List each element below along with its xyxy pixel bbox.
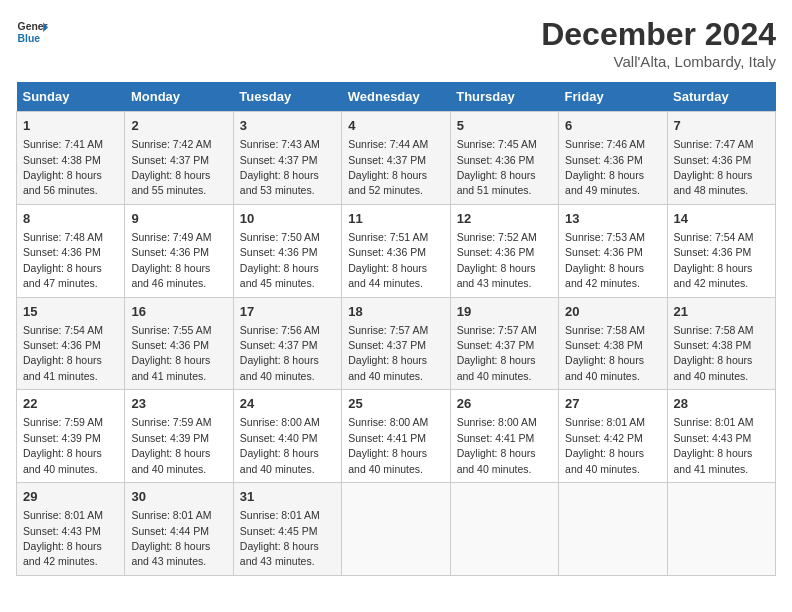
sunrise-info: Sunrise: 7:51 AMSunset: 4:36 PMDaylight:… [348,231,428,289]
day-header-thursday: Thursday [450,82,558,112]
calendar-cell: 25Sunrise: 8:00 AMSunset: 4:41 PMDayligh… [342,390,450,483]
day-header-sunday: Sunday [17,82,125,112]
calendar-cell: 9Sunrise: 7:49 AMSunset: 4:36 PMDaylight… [125,204,233,297]
day-number: 12 [457,210,552,228]
sunrise-info: Sunrise: 7:54 AMSunset: 4:36 PMDaylight:… [23,324,103,382]
day-number: 29 [23,488,118,506]
calendar-cell [450,483,558,576]
day-number: 10 [240,210,335,228]
calendar-cell: 12Sunrise: 7:52 AMSunset: 4:36 PMDayligh… [450,204,558,297]
day-header-tuesday: Tuesday [233,82,341,112]
sunrise-info: Sunrise: 8:01 AMSunset: 4:45 PMDaylight:… [240,509,320,567]
day-number: 27 [565,395,660,413]
day-number: 7 [674,117,769,135]
day-number: 14 [674,210,769,228]
sunrise-info: Sunrise: 7:44 AMSunset: 4:37 PMDaylight:… [348,138,428,196]
calendar-cell [342,483,450,576]
sunrise-info: Sunrise: 7:46 AMSunset: 4:36 PMDaylight:… [565,138,645,196]
day-number: 16 [131,303,226,321]
sunrise-info: Sunrise: 8:01 AMSunset: 4:43 PMDaylight:… [674,416,754,474]
sunrise-info: Sunrise: 8:00 AMSunset: 4:41 PMDaylight:… [457,416,537,474]
calendar-cell: 18Sunrise: 7:57 AMSunset: 4:37 PMDayligh… [342,297,450,390]
sunrise-info: Sunrise: 7:56 AMSunset: 4:37 PMDaylight:… [240,324,320,382]
sunrise-info: Sunrise: 7:53 AMSunset: 4:36 PMDaylight:… [565,231,645,289]
calendar-cell: 20Sunrise: 7:58 AMSunset: 4:38 PMDayligh… [559,297,667,390]
day-number: 25 [348,395,443,413]
sunrise-info: Sunrise: 7:57 AMSunset: 4:37 PMDaylight:… [348,324,428,382]
calendar-cell: 26Sunrise: 8:00 AMSunset: 4:41 PMDayligh… [450,390,558,483]
calendar-cell: 8Sunrise: 7:48 AMSunset: 4:36 PMDaylight… [17,204,125,297]
logo: General Blue [16,16,48,48]
calendar-cell: 17Sunrise: 7:56 AMSunset: 4:37 PMDayligh… [233,297,341,390]
calendar-cell [559,483,667,576]
day-number: 9 [131,210,226,228]
calendar-cell: 3Sunrise: 7:43 AMSunset: 4:37 PMDaylight… [233,112,341,205]
day-number: 26 [457,395,552,413]
sunrise-info: Sunrise: 7:47 AMSunset: 4:36 PMDaylight:… [674,138,754,196]
day-number: 15 [23,303,118,321]
calendar-cell: 4Sunrise: 7:44 AMSunset: 4:37 PMDaylight… [342,112,450,205]
sunrise-info: Sunrise: 8:00 AMSunset: 4:41 PMDaylight:… [348,416,428,474]
day-number: 11 [348,210,443,228]
calendar-cell: 11Sunrise: 7:51 AMSunset: 4:36 PMDayligh… [342,204,450,297]
day-header-monday: Monday [125,82,233,112]
location: Vall'Alta, Lombardy, Italy [541,53,776,70]
calendar-cell: 6Sunrise: 7:46 AMSunset: 4:36 PMDaylight… [559,112,667,205]
sunrise-info: Sunrise: 7:41 AMSunset: 4:38 PMDaylight:… [23,138,103,196]
sunrise-info: Sunrise: 8:01 AMSunset: 4:44 PMDaylight:… [131,509,211,567]
day-number: 24 [240,395,335,413]
day-number: 21 [674,303,769,321]
title-area: December 2024 Vall'Alta, Lombardy, Italy [541,16,776,70]
calendar-cell: 27Sunrise: 8:01 AMSunset: 4:42 PMDayligh… [559,390,667,483]
calendar-cell: 5Sunrise: 7:45 AMSunset: 4:36 PMDaylight… [450,112,558,205]
day-number: 3 [240,117,335,135]
day-number: 18 [348,303,443,321]
day-number: 6 [565,117,660,135]
page-header: General Blue December 2024 Vall'Alta, Lo… [16,16,776,70]
calendar-cell: 23Sunrise: 7:59 AMSunset: 4:39 PMDayligh… [125,390,233,483]
day-number: 31 [240,488,335,506]
day-number: 30 [131,488,226,506]
month-title: December 2024 [541,16,776,53]
sunrise-info: Sunrise: 8:01 AMSunset: 4:42 PMDaylight:… [565,416,645,474]
day-header-friday: Friday [559,82,667,112]
sunrise-info: Sunrise: 7:52 AMSunset: 4:36 PMDaylight:… [457,231,537,289]
day-number: 20 [565,303,660,321]
calendar-week-row: 15Sunrise: 7:54 AMSunset: 4:36 PMDayligh… [17,297,776,390]
calendar-cell: 22Sunrise: 7:59 AMSunset: 4:39 PMDayligh… [17,390,125,483]
calendar-header-row: SundayMondayTuesdayWednesdayThursdayFrid… [17,82,776,112]
calendar-cell: 16Sunrise: 7:55 AMSunset: 4:36 PMDayligh… [125,297,233,390]
sunrise-info: Sunrise: 8:01 AMSunset: 4:43 PMDaylight:… [23,509,103,567]
calendar-week-row: 29Sunrise: 8:01 AMSunset: 4:43 PMDayligh… [17,483,776,576]
calendar-cell: 13Sunrise: 7:53 AMSunset: 4:36 PMDayligh… [559,204,667,297]
sunrise-info: Sunrise: 7:43 AMSunset: 4:37 PMDaylight:… [240,138,320,196]
sunrise-info: Sunrise: 7:59 AMSunset: 4:39 PMDaylight:… [23,416,103,474]
sunrise-info: Sunrise: 7:49 AMSunset: 4:36 PMDaylight:… [131,231,211,289]
day-header-saturday: Saturday [667,82,775,112]
calendar-cell: 31Sunrise: 8:01 AMSunset: 4:45 PMDayligh… [233,483,341,576]
day-number: 28 [674,395,769,413]
calendar-week-row: 8Sunrise: 7:48 AMSunset: 4:36 PMDaylight… [17,204,776,297]
day-number: 2 [131,117,226,135]
logo-icon: General Blue [16,16,48,48]
calendar-week-row: 22Sunrise: 7:59 AMSunset: 4:39 PMDayligh… [17,390,776,483]
day-number: 17 [240,303,335,321]
calendar-cell: 1Sunrise: 7:41 AMSunset: 4:38 PMDaylight… [17,112,125,205]
calendar-cell [667,483,775,576]
calendar-cell: 28Sunrise: 8:01 AMSunset: 4:43 PMDayligh… [667,390,775,483]
calendar-week-row: 1Sunrise: 7:41 AMSunset: 4:38 PMDaylight… [17,112,776,205]
sunrise-info: Sunrise: 7:45 AMSunset: 4:36 PMDaylight:… [457,138,537,196]
day-number: 19 [457,303,552,321]
day-number: 5 [457,117,552,135]
day-number: 8 [23,210,118,228]
day-number: 4 [348,117,443,135]
calendar-cell: 15Sunrise: 7:54 AMSunset: 4:36 PMDayligh… [17,297,125,390]
sunrise-info: Sunrise: 7:59 AMSunset: 4:39 PMDaylight:… [131,416,211,474]
calendar-cell: 19Sunrise: 7:57 AMSunset: 4:37 PMDayligh… [450,297,558,390]
calendar-cell: 29Sunrise: 8:01 AMSunset: 4:43 PMDayligh… [17,483,125,576]
sunrise-info: Sunrise: 7:48 AMSunset: 4:36 PMDaylight:… [23,231,103,289]
day-header-wednesday: Wednesday [342,82,450,112]
sunrise-info: Sunrise: 7:50 AMSunset: 4:36 PMDaylight:… [240,231,320,289]
day-number: 22 [23,395,118,413]
calendar-cell: 10Sunrise: 7:50 AMSunset: 4:36 PMDayligh… [233,204,341,297]
